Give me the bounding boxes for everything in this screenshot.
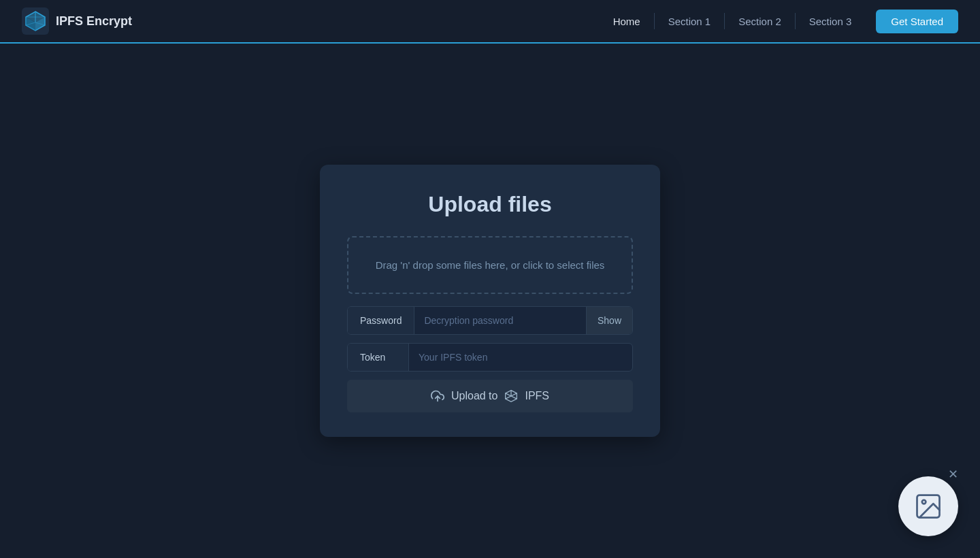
svg-line-14: [511, 396, 517, 399]
nav-section3[interactable]: Section 3: [796, 10, 866, 33]
bottom-image-widget[interactable]: [898, 476, 958, 536]
password-label: Password: [348, 307, 414, 334]
svg-line-12: [506, 393, 511, 396]
ipfs-cube-icon: [504, 389, 518, 403]
password-input[interactable]: [414, 307, 586, 334]
upload-title: Upload files: [347, 192, 633, 217]
nav-section1[interactable]: Section 1: [655, 10, 725, 33]
upload-service-text: IPFS: [525, 390, 549, 402]
svg-line-15: [506, 396, 511, 399]
token-input[interactable]: [409, 344, 632, 371]
nav-section2[interactable]: Section 2: [725, 10, 795, 33]
svg-line-13: [511, 393, 517, 396]
upload-cloud-icon: [431, 389, 444, 403]
dropzone-text: Drag 'n' drop some files here, or click …: [376, 259, 605, 271]
token-row: Token: [347, 343, 633, 372]
main-content: Upload files Drag 'n' drop some files he…: [0, 44, 980, 558]
image-placeholder-icon: [913, 491, 943, 521]
brand-name: IPFS Encrypt: [56, 14, 132, 29]
nav-home[interactable]: Home: [600, 10, 654, 33]
navbar: IPFS Encrypt Home Section 1 Section 2 Se…: [0, 0, 980, 44]
token-label: Token: [348, 344, 409, 371]
show-password-button[interactable]: Show: [586, 307, 632, 334]
close-widget-icon[interactable]: ✕: [948, 467, 958, 482]
upload-button[interactable]: Upload to IPFS: [347, 380, 633, 412]
upload-card: Upload files Drag 'n' drop some files he…: [320, 165, 660, 437]
nav-links: Home Section 1 Section 2 Section 3 Get S…: [600, 10, 958, 33]
svg-point-17: [922, 500, 926, 504]
password-row: Password Show: [347, 306, 633, 335]
file-dropzone[interactable]: Drag 'n' drop some files here, or click …: [347, 236, 633, 294]
get-started-button[interactable]: Get Started: [876, 10, 958, 33]
upload-btn-text: Upload to: [451, 390, 498, 402]
brand-logo-icon: [22, 7, 49, 35]
brand: IPFS Encrypt: [22, 7, 132, 35]
